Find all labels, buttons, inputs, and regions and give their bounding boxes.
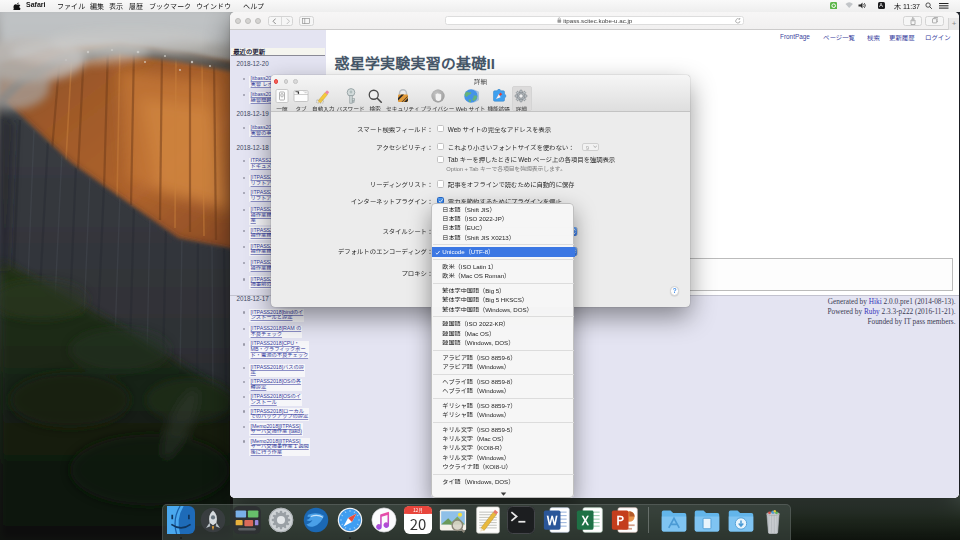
svg-text:P: P [616, 511, 624, 529]
svg-text:20: 20 [409, 513, 426, 534]
svg-text:X: X [581, 511, 590, 529]
svg-text:W: W [546, 511, 557, 529]
